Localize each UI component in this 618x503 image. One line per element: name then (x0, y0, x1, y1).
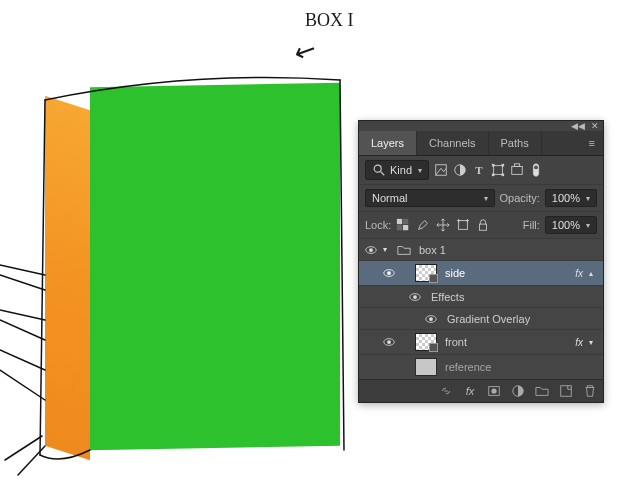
layer-thumbnail (415, 358, 437, 376)
svg-rect-4 (494, 166, 503, 175)
svg-rect-17 (459, 221, 468, 230)
fill-label: Fill: (523, 219, 540, 231)
visibility-toggle[interactable] (423, 313, 439, 325)
new-group-icon[interactable] (535, 384, 549, 398)
tab-paths[interactable]: Paths (489, 131, 542, 155)
layer-name: side (441, 267, 571, 279)
annotation-label: BOX I (305, 10, 354, 31)
lock-row: Lock: Fill: 100% ▾ (359, 212, 603, 239)
filter-kind-select[interactable]: Kind ▾ (365, 160, 429, 180)
svg-rect-5 (492, 164, 495, 167)
svg-point-12 (534, 165, 538, 169)
svg-point-28 (413, 295, 417, 299)
filter-row: Kind ▾ T (359, 156, 603, 185)
svg-rect-10 (514, 164, 519, 167)
svg-line-1 (381, 172, 385, 176)
new-layer-icon[interactable] (559, 384, 573, 398)
visibility-toggle[interactable] (363, 244, 379, 256)
fx-badge: fx (575, 268, 585, 279)
annotation-arrow-icon: ↙ (289, 32, 322, 69)
fx-twisty-icon[interactable]: ▾ (589, 338, 599, 347)
svg-rect-16 (397, 225, 402, 230)
tab-layers[interactable]: Layers (359, 131, 417, 155)
svg-rect-6 (502, 164, 505, 167)
svg-rect-8 (502, 174, 505, 177)
svg-point-26 (387, 271, 391, 275)
filter-smart-icon[interactable] (510, 163, 524, 177)
box-front-face (90, 83, 340, 450)
filter-type-icon[interactable]: T (472, 163, 486, 177)
filter-adjust-icon[interactable] (453, 163, 467, 177)
collapse-icon[interactable]: ◀◀ (571, 121, 585, 131)
svg-rect-36 (561, 386, 572, 397)
box-side-face (45, 96, 90, 461)
blend-row: Normal ▾ Opacity: 100% ▾ (359, 185, 603, 212)
close-icon[interactable]: ✕ (591, 121, 599, 131)
adjustment-icon[interactable] (511, 384, 525, 398)
twisty-icon[interactable]: ▾ (383, 245, 393, 254)
effects-label: Effects (427, 291, 599, 303)
filter-shape-icon[interactable] (491, 163, 505, 177)
layer-thumbnail (415, 264, 437, 282)
svg-rect-13 (397, 219, 402, 224)
fx-icon[interactable]: fx (463, 384, 477, 398)
layer-side[interactable]: ▾ side fx ▴ (359, 261, 603, 286)
fill-select[interactable]: 100% ▾ (545, 216, 597, 234)
filter-pixel-icon[interactable] (434, 163, 448, 177)
opacity-value: 100% (552, 192, 580, 204)
filter-toggle-icon[interactable] (529, 163, 543, 177)
layer-reference[interactable]: ▾ reference (359, 355, 603, 379)
effect-name: Gradient Overlay (443, 313, 599, 325)
svg-point-30 (429, 317, 433, 321)
svg-rect-22 (480, 224, 487, 230)
visibility-toggle[interactable] (381, 336, 397, 348)
lock-all-icon[interactable] (476, 218, 490, 232)
panel-tabs: Layers Channels Paths ≡ (359, 131, 603, 156)
layers-panel: ◀◀ ✕ Layers Channels Paths ≡ Kind ▾ T (358, 120, 604, 403)
chevron-down-icon: ▾ (484, 194, 488, 203)
blend-mode-value: Normal (372, 192, 407, 204)
blend-mode-select[interactable]: Normal ▾ (365, 189, 495, 207)
visibility-toggle[interactable] (407, 291, 423, 303)
folder-icon (397, 243, 411, 257)
svg-point-34 (491, 388, 496, 393)
tab-channels[interactable]: Channels (417, 131, 488, 155)
fill-value: 100% (552, 219, 580, 231)
layer-effects[interactable]: Effects (359, 286, 603, 308)
lock-artboard-icon[interactable] (456, 218, 470, 232)
panel-footer: fx (359, 379, 603, 402)
search-icon (372, 163, 386, 177)
layer-effect-gradient-overlay[interactable]: Gradient Overlay (359, 308, 603, 330)
chevron-down-icon: ▾ (418, 166, 422, 175)
layer-name: box 1 (415, 244, 599, 256)
layer-front[interactable]: ▾ front fx ▾ (359, 330, 603, 355)
opacity-select[interactable]: 100% ▾ (545, 189, 597, 207)
lock-move-icon[interactable] (436, 218, 450, 232)
filter-kind-label: Kind (390, 164, 412, 176)
trash-icon[interactable] (583, 384, 597, 398)
svg-rect-15 (403, 219, 408, 224)
fx-badge: fx (575, 337, 585, 348)
svg-point-24 (369, 248, 373, 252)
layers-list: ▾ box 1 ▾ side fx ▴ Effects Gradient Ove… (359, 239, 603, 379)
link-icon[interactable] (439, 384, 453, 398)
svg-rect-9 (512, 167, 523, 175)
svg-rect-14 (403, 225, 408, 230)
panel-menu-icon[interactable]: ≡ (581, 131, 603, 155)
layer-name: reference (441, 361, 599, 373)
opacity-label: Opacity: (500, 192, 540, 204)
lock-brush-icon[interactable] (416, 218, 430, 232)
lock-transparency-icon[interactable] (396, 218, 410, 232)
svg-rect-7 (492, 174, 495, 177)
visibility-toggle[interactable] (381, 267, 397, 279)
lock-label: Lock: (365, 219, 391, 231)
mask-icon[interactable] (487, 384, 501, 398)
layer-name: front (441, 336, 571, 348)
panel-header: ◀◀ ✕ (359, 121, 603, 131)
layer-group-box1[interactable]: ▾ box 1 (359, 239, 603, 261)
chevron-down-icon: ▾ (586, 221, 590, 230)
layer-thumbnail (415, 333, 437, 351)
svg-point-0 (374, 165, 381, 172)
fx-twisty-icon[interactable]: ▴ (589, 269, 599, 278)
chevron-down-icon: ▾ (586, 194, 590, 203)
